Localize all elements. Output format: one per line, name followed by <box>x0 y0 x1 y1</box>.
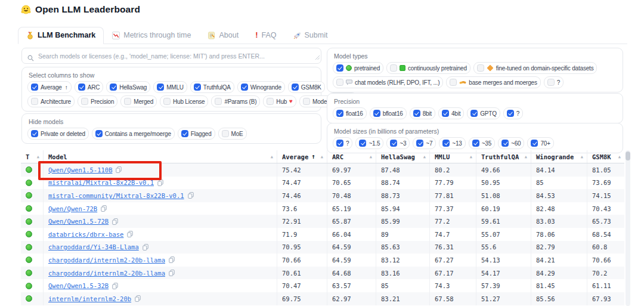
precision-option-8bit[interactable]: 8bit <box>410 107 435 119</box>
model-sizes-option-7[interactable]: ~7 <box>413 137 436 149</box>
column-header-model[interactable]: Model▲ <box>44 150 277 163</box>
model-sizes-checkbox-1-5[interactable] <box>359 140 366 147</box>
precision-checkbox-bfloat16[interactable] <box>373 110 380 117</box>
model-sizes-option-60[interactable]: ~60 <box>498 137 524 149</box>
precision-option-float16[interactable]: float16 <box>333 107 367 119</box>
table-scrollbar[interactable] <box>626 150 630 306</box>
model-sizes-option-70[interactable]: 70+ <box>527 137 553 149</box>
hide-models-checkbox-contains-a-merge-moerge[interactable] <box>95 130 103 137</box>
model-types-checkbox-q[interactable] <box>547 79 555 86</box>
select-columns-option-truthfulqa[interactable]: TruthfulQA <box>190 81 234 93</box>
column-header-average[interactable]: Average↑▲ <box>277 150 327 163</box>
model-link[interactable]: chargoddard/internlm2-20b-llama <box>48 256 165 264</box>
precision-option-gptq[interactable]: GPTQ <box>467 107 500 119</box>
copy-icon[interactable] <box>188 192 194 199</box>
model-sizes-option-1-5[interactable]: ~1.5 <box>355 137 383 149</box>
model-types-option-continuously-pretrained[interactable]: continuously pretrained <box>386 62 470 74</box>
column-header-mmlu[interactable]: MMLU▲ <box>430 150 476 163</box>
select-columns-checkbox-hub[interactable] <box>267 98 274 105</box>
model-types-option-pretrained[interactable]: pretrained <box>333 62 383 74</box>
select-columns-checkbox-gsm8k[interactable] <box>292 84 299 91</box>
select-columns-option-hub-license[interactable]: Hub License <box>160 95 208 107</box>
model-link[interactable]: Qwen/Qwen1.5-110B <box>48 166 112 174</box>
column-header-hellaswag[interactable]: HellaSwag▲ <box>376 150 430 163</box>
search-input[interactable] <box>22 48 321 63</box>
tab-faq[interactable]: !FAQ <box>247 27 284 44</box>
hide-models-option-flagged[interactable]: Flagged <box>178 128 215 140</box>
model-link[interactable]: chargoddard/Yi-34B-Llama <box>48 243 139 251</box>
tab-submit[interactable]: Submit <box>285 27 336 44</box>
model-sizes-checkbox-70[interactable] <box>531 140 538 147</box>
select-columns-option-winogrande[interactable]: Winogrande <box>237 81 285 93</box>
select-columns-option-precision[interactable]: Precision <box>78 95 117 107</box>
select-columns-option-gsm8k[interactable]: GSM8K <box>288 81 325 93</box>
tab-llm-benchmark[interactable]: LLM Benchmark <box>18 27 104 44</box>
column-header-winogrande[interactable]: Winogrande▲ <box>531 150 587 163</box>
hide-models-checkbox-moe[interactable] <box>222 130 229 137</box>
model-link[interactable]: Qwen/Qwen1.5-32B <box>48 282 109 289</box>
select-columns-checkbox-truthfulqa[interactable] <box>194 84 201 91</box>
model-types-checkbox-base-merges-and-moerges[interactable] <box>450 79 457 86</box>
precision-checkbox-4bit[interactable] <box>442 110 449 117</box>
precision-checkbox-8bit[interactable] <box>413 110 420 117</box>
precision-checkbox-gptq[interactable] <box>470 110 478 117</box>
model-link[interactable]: databricks/dbrx-base <box>48 231 123 238</box>
copy-icon[interactable] <box>127 231 133 237</box>
model-sizes-option-q[interactable]: ? <box>333 137 352 149</box>
model-link[interactable]: mistral-community/Mixtral-8x22B-v0.1 <box>48 192 184 199</box>
select-columns-checkbox-hub-license[interactable] <box>163 98 171 105</box>
model-types-option-chat-models-rlhf-dpo-ift[interactable]: chat models (RLHF, DPO, IFT, ...) <box>333 76 443 88</box>
copy-icon[interactable] <box>135 295 141 302</box>
precision-checkbox-float16[interactable] <box>336 110 343 117</box>
select-columns-option-architecture[interactable]: Architecture <box>27 95 75 107</box>
select-columns-checkbox-precision[interactable] <box>81 98 88 105</box>
select-columns-option-arc[interactable]: ARC <box>75 81 104 93</box>
select-columns-checkbox-mmlu[interactable] <box>157 84 164 91</box>
copy-icon[interactable] <box>116 166 122 173</box>
resize-handle-icon[interactable] <box>315 51 320 62</box>
model-sizes-option-35[interactable]: ~35 <box>469 137 495 149</box>
model-sizes-option-3[interactable]: ~3 <box>386 137 410 149</box>
model-link[interactable]: internlm/internlm2-20b <box>48 295 131 302</box>
model-types-option-fine-tuned-on-domain-specific-datasets[interactable]: fine-tuned on domain-specific datasets <box>473 62 597 74</box>
tab-metrics-through-time[interactable]: Metrics through time <box>104 27 199 44</box>
select-columns-checkbox-hellaswag[interactable] <box>110 84 117 91</box>
precision-checkbox-q[interactable] <box>507 110 514 117</box>
select-columns-option-merged[interactable]: Merged <box>120 95 157 107</box>
column-header-gsm8k[interactable]: GSM8K▲ <box>587 150 624 163</box>
copy-icon[interactable] <box>112 218 118 225</box>
hide-models-option-contains-a-merge-moerge[interactable]: Contains a merge/moerge <box>92 128 175 140</box>
scrollbar-thumb[interactable] <box>626 152 630 160</box>
column-header-truthfulqa[interactable]: TruthfulQA▲ <box>476 150 531 163</box>
select-columns-option-average[interactable]: Average↑ <box>27 81 72 93</box>
select-columns-checkbox-params-b[interactable] <box>215 98 222 105</box>
precision-option-4bit[interactable]: 4bit <box>438 107 464 119</box>
select-columns-checkbox-arc[interactable] <box>78 84 85 91</box>
copy-icon[interactable] <box>143 244 148 251</box>
copy-icon[interactable] <box>169 256 175 263</box>
model-types-checkbox-chat-models-rlhf-dpo-ift[interactable] <box>336 79 343 86</box>
precision-option-q[interactable]: ? <box>503 107 523 119</box>
model-link[interactable]: Qwen/Qwen-72B <box>48 205 97 212</box>
select-columns-option-params-b[interactable]: #Params (B) <box>211 95 260 107</box>
tab-about[interactable]: About <box>199 27 247 44</box>
copy-icon[interactable] <box>169 270 175 276</box>
select-columns-checkbox-winogrande[interactable] <box>241 84 248 91</box>
model-link[interactable]: mistralai/Mixtral-8x22B-v0.1 <box>48 179 154 186</box>
model-link[interactable]: Qwen/Qwen1.5-72B <box>48 218 109 225</box>
model-types-checkbox-pretrained[interactable] <box>336 64 343 72</box>
model-types-option-base-merges-and-moerges[interactable]: base merges and moerges <box>446 76 540 88</box>
hide-models-option-moe[interactable]: MoE <box>218 128 247 140</box>
hide-models-option-private-or-deleted[interactable]: Private or deleted <box>27 128 89 140</box>
select-columns-option-hub[interactable]: Hub♥ <box>263 95 296 107</box>
model-sizes-checkbox-q[interactable] <box>336 140 343 147</box>
model-sizes-checkbox-7[interactable] <box>416 140 423 147</box>
model-types-option-q[interactable]: ? <box>544 76 564 88</box>
select-columns-option-mmlu[interactable]: MMLU <box>153 81 187 93</box>
select-columns-checkbox-merged[interactable] <box>124 98 131 105</box>
model-sizes-checkbox-60[interactable] <box>501 140 509 147</box>
select-columns-checkbox-model-sha[interactable] <box>303 98 310 105</box>
model-types-checkbox-continuously-pretrained[interactable] <box>390 64 397 72</box>
copy-icon[interactable] <box>157 180 163 186</box>
model-sizes-option-13[interactable]: ~13 <box>439 137 465 149</box>
